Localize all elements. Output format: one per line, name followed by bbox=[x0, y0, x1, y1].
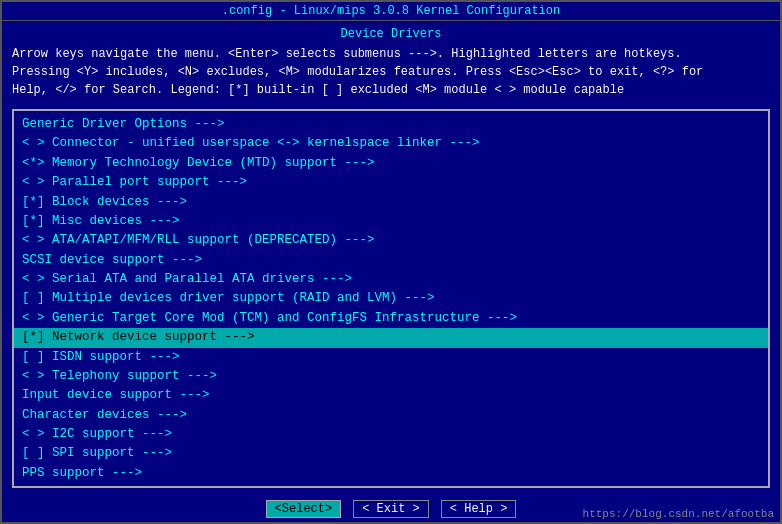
list-item[interactable]: Generic Driver Options ---> bbox=[14, 115, 768, 134]
title-bar: .config - Linux/mips 3.0.8 Kernel Config… bbox=[2, 2, 780, 21]
help-button[interactable]: < Help > bbox=[441, 500, 517, 518]
content-area: Generic Driver Options ---> < > Connecto… bbox=[12, 109, 770, 488]
menu-list: Generic Driver Options ---> < > Connecto… bbox=[14, 111, 768, 488]
list-item[interactable]: < > Connector - unified userspace <-> ke… bbox=[14, 134, 768, 153]
item-label: [*] Network device support ---> bbox=[22, 330, 255, 344]
list-item[interactable]: < > I2C support ---> bbox=[14, 425, 768, 444]
list-item[interactable]: Input device support ---> bbox=[14, 386, 768, 405]
section-title: Device Drivers bbox=[12, 25, 770, 43]
list-item[interactable]: <*> Memory Technology Device (MTD) suppo… bbox=[14, 154, 768, 173]
exit-button[interactable]: < Exit > bbox=[353, 500, 429, 518]
list-item[interactable]: [*] Block devices ---> bbox=[14, 193, 768, 212]
list-item[interactable]: [*] Misc devices ---> bbox=[14, 212, 768, 231]
list-item[interactable]: Character devices ---> bbox=[14, 406, 768, 425]
list-item[interactable]: [ ] Multiple devices driver support (RAI… bbox=[14, 289, 768, 308]
list-item[interactable]: < > Parallel port support ---> bbox=[14, 173, 768, 192]
help-line-2: Pressing <Y> includes, <N> excludes, <M>… bbox=[12, 63, 770, 81]
list-item[interactable]: < > Serial ATA and Parallel ATA drivers … bbox=[14, 270, 768, 289]
window-title: .config - Linux/mips 3.0.8 Kernel Config… bbox=[222, 4, 560, 18]
list-item[interactable]: < > ATA/ATAPI/MFM/RLL support (DEPRECATE… bbox=[14, 231, 768, 250]
help-line-3: Help, </> for Search. Legend: [*] built-… bbox=[12, 81, 770, 99]
watermark: https://blog.csdn.net/afootba bbox=[583, 508, 774, 520]
help-line-1: Arrow keys navigate the menu. <Enter> se… bbox=[12, 45, 770, 63]
list-item[interactable]: PPS support ---> bbox=[14, 464, 768, 483]
select-button[interactable]: <Select> bbox=[266, 500, 342, 518]
list-item[interactable]: [ ] ISDN support ---> bbox=[14, 348, 768, 367]
network-device-support-item[interactable]: [*] Network device support ---> 2 bbox=[14, 328, 768, 347]
list-item[interactable]: SCSI device support ---> bbox=[14, 251, 768, 270]
list-item[interactable]: < > Telephony support ---> bbox=[14, 367, 768, 386]
list-item[interactable]: [ ] SPI support ---> bbox=[14, 444, 768, 463]
help-text-area: Device Drivers Arrow keys navigate the m… bbox=[2, 21, 780, 103]
main-window: .config - Linux/mips 3.0.8 Kernel Config… bbox=[0, 0, 782, 524]
list-item[interactable]: < > Generic Target Core Mod (TCM) and Co… bbox=[14, 309, 768, 328]
list-item[interactable]: PTP clock support ---> bbox=[14, 483, 768, 488]
